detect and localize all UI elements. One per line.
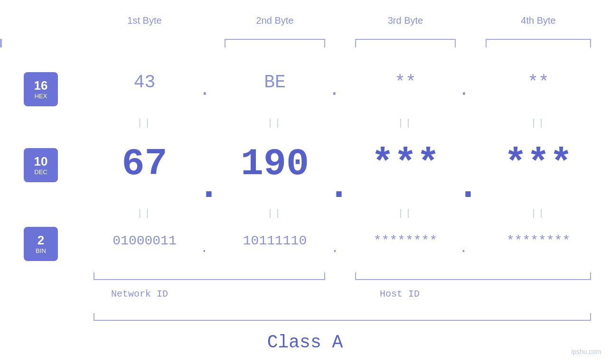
col3-header: 3rd Byte (355, 15, 456, 26)
bracket-class (94, 313, 591, 321)
network-id-label: Network ID (111, 289, 168, 299)
class-label: Class A (0, 332, 610, 353)
watermark: ipshu.com (571, 348, 601, 355)
eq3-dec-bin (355, 208, 456, 219)
bin-dot1: . (200, 241, 208, 256)
dec-dot2: . (328, 165, 350, 208)
hex-byte1: 43 (94, 72, 196, 93)
dec-byte3: *** (355, 142, 456, 186)
bracket-top-col2 (225, 39, 325, 47)
eq4-hex-dec (486, 118, 591, 129)
hex-dot3: . (459, 80, 469, 100)
bin-byte4: ******** (486, 233, 591, 248)
hex-byte2: BE (225, 72, 325, 93)
eq1-dec-bin (94, 208, 196, 219)
bracket-top-col4 (486, 39, 591, 47)
hex-byte3: ** (355, 72, 456, 93)
host-id-label: Host ID (380, 289, 420, 299)
dec-badge: 10 DEC (24, 148, 58, 182)
col4-header: 4th Byte (486, 15, 591, 26)
dec-byte4: *** (486, 142, 591, 186)
col2-header: 2nd Byte (225, 15, 325, 26)
bracket-host-id (355, 272, 591, 280)
hex-dot2: . (329, 80, 340, 100)
bin-byte3: ******** (355, 233, 456, 248)
bin-dot2: . (331, 241, 339, 256)
bracket-top-col1 (0, 39, 2, 47)
hex-badge: 16 HEX (24, 72, 58, 106)
bracket-network-id (94, 272, 325, 280)
eq3-hex-dec (355, 118, 456, 129)
bin-byte2: 10111110 (225, 233, 325, 248)
hex-dot1: . (199, 80, 210, 100)
eq4-dec-bin (486, 208, 591, 219)
dec-byte1: 67 (94, 142, 196, 186)
dec-dot3: . (457, 165, 479, 208)
eq1-hex-dec (94, 118, 196, 129)
col1-header: 1st Byte (94, 15, 196, 26)
bin-badge: 2 BIN (24, 227, 58, 261)
dec-dot1: . (197, 165, 220, 208)
bin-dot3: . (460, 241, 468, 256)
bin-byte1: 01000011 (94, 233, 196, 248)
bracket-top-col3 (355, 39, 456, 47)
eq2-hex-dec (225, 118, 325, 129)
dec-byte2: 190 (225, 142, 325, 186)
eq2-dec-bin (225, 208, 325, 219)
hex-byte4: ** (486, 72, 591, 93)
